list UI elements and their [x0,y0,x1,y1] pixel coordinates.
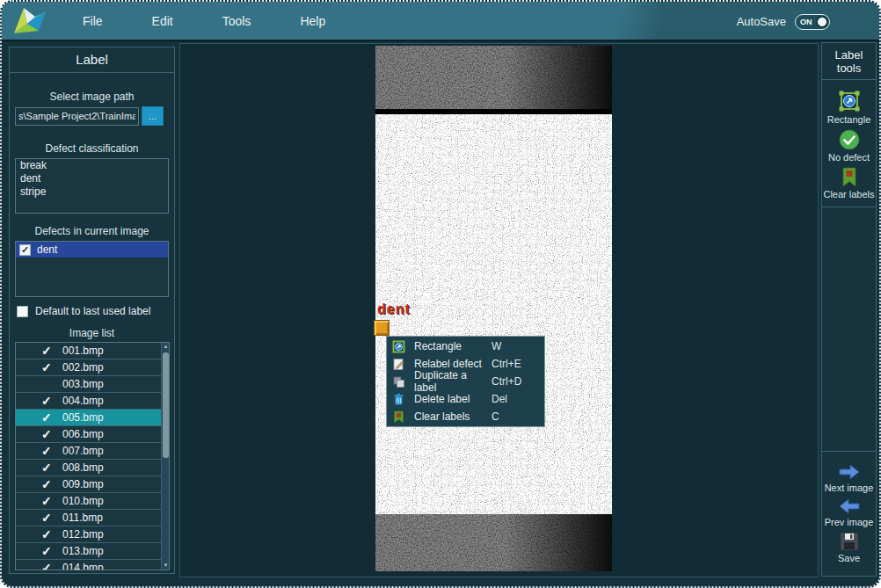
context-menu-item-delete[interactable]: Delete label Del [387,390,544,408]
menu-help[interactable]: Help [293,11,332,32]
shortcut: Del [491,393,539,405]
image-list-label: Image list [10,327,174,339]
current-defects-label: Defects in current image [10,225,174,237]
default-last-label-checkbox[interactable]: ✓ [17,306,28,317]
annotation-label[interactable]: dent [377,301,411,317]
context-menu: Rectangle W Relabel defect Ctrl+E Duplic… [386,336,545,427]
rectangle-tool-icon [838,90,861,113]
defect-classification-list[interactable]: break dent stripe [15,158,169,214]
check-icon: ✓ [41,495,55,507]
check-icon: ✓ [41,528,55,541]
file-row[interactable]: ✓003.bmp [16,376,161,393]
save-floppy-icon [840,532,859,551]
tools-section: Rectangle No defect Clear labels [822,80,876,207]
image-file-list[interactable]: ✓001.bmp ✓002.bmp ✓003.bmp ✓004.bmp ✓005… [15,342,170,570]
no-defect-check-icon [839,129,860,150]
file-rows: ✓001.bmp ✓002.bmp ✓003.bmp ✓004.bmp ✓005… [16,343,161,570]
file-list-scrollbar[interactable]: ▲ ▼ [161,343,169,570]
context-menu-item-rectangle[interactable]: Rectangle W [387,338,544,355]
select-image-path-label: Select image path [10,91,174,103]
duplicate-icon [392,375,405,388]
check-icon: ✓ [41,478,55,490]
autosave-state: ON [800,18,812,26]
autosave-label: AutoSave [737,15,786,28]
defect-classification-label: Defect classification [10,142,174,155]
prev-image-button[interactable]: Prev image [822,497,876,527]
check-icon: ✓ [41,562,55,570]
navigation-section: Next image Prev image Save [822,451,876,576]
check-icon: ✓ [41,411,55,424]
default-last-label-row[interactable]: ✓ Default to last used label [10,305,174,317]
titlebar: File Edit Tools Help AutoSave ON [2,2,879,41]
arrow-right-icon [838,463,861,481]
shortcut: W [491,340,539,352]
context-menu-item-clear[interactable]: Clear labels C [387,408,544,425]
check-icon: ✓ [41,512,55,524]
defect-checkbox[interactable]: ✓ [19,244,31,256]
file-row-selected[interactable]: ✓005.bmp [16,410,161,426]
file-row[interactable]: ✓008.bmp [16,460,161,476]
default-last-label-text: Default to last used label [35,305,150,317]
clear-labels-icon [392,410,405,424]
menu-tools[interactable]: Tools [215,11,258,32]
next-image-button[interactable]: Next image [822,463,876,493]
autosave-toggle[interactable]: ON [795,14,830,30]
autosave-control: AutoSave ON [737,2,830,41]
file-row[interactable]: ✓006.bmp [16,426,161,443]
file-row[interactable]: ✓007.bmp [16,443,161,460]
file-row[interactable]: ✓009.bmp [16,476,161,493]
scroll-up-icon[interactable]: ▲ [162,343,170,351]
check-icon: ✓ [41,361,55,374]
defect-class-item[interactable]: break [16,159,168,172]
label-panel: Label Select image path ... Defect class… [9,47,175,574]
current-defect-row[interactable]: ✓ dent [16,242,168,258]
annotation-corner-handle[interactable] [374,320,390,336]
file-row[interactable]: ✓014.bmp [16,560,161,570]
shortcut: Ctrl+D [491,375,539,388]
scrollbar-thumb[interactable] [163,352,169,458]
check-icon: ✓ [41,445,55,457]
shortcut: Ctrl+E [491,358,539,370]
label-tools-panel: Label tools Rectangle [821,42,877,577]
app-window: File Edit Tools Help AutoSave ON Label S… [0,0,881,588]
file-row[interactable]: ✓002.bmp [16,359,161,376]
clear-labels-button[interactable]: Clear labels [822,167,876,200]
browse-button[interactable]: ... [142,106,164,126]
check-icon: ✓ [21,244,29,256]
scroll-down-icon[interactable]: ▼ [162,562,170,570]
arrow-left-icon [838,497,861,515]
check-icon: ✓ [41,428,55,440]
context-menu-item-duplicate[interactable]: Duplicate a label Ctrl+D [387,373,544,390]
check-icon: ✓ [41,545,55,557]
defect-class-item[interactable]: stripe [16,185,168,199]
menubar: File Edit Tools Help [76,11,332,32]
file-row[interactable]: ✓010.bmp [16,493,161,510]
file-row[interactable]: ✓001.bmp [16,343,161,359]
check-icon: ✓ [41,395,55,407]
file-row[interactable]: ✓012.bmp [16,526,161,543]
defect-name: dent [37,243,57,256]
toggle-knob [816,16,828,28]
defect-class-item[interactable]: dent [16,172,168,185]
panel-spacer [822,207,876,451]
file-row[interactable]: ✓011.bmp [16,510,161,526]
image-path-input[interactable] [15,107,139,126]
no-defect-button[interactable]: No defect [822,129,876,163]
menu-edit[interactable]: Edit [145,11,180,32]
rectangle-tool-button[interactable]: Rectangle [822,90,876,125]
clear-labels-icon [841,167,858,187]
save-button[interactable]: Save [822,532,876,563]
image-path-row: ... [10,106,174,126]
relabel-icon [392,358,405,371]
shortcut: C [491,410,539,423]
specimen-image[interactable] [375,46,612,571]
trash-icon [392,393,405,406]
check-icon: ✓ [41,345,55,357]
file-row[interactable]: ✓013.bmp [16,543,161,560]
file-row[interactable]: ✓004.bmp [16,393,161,410]
menu-file[interactable]: File [76,11,110,32]
current-defects-list[interactable]: ✓ dent [15,241,169,297]
rectangle-tool-icon [392,340,405,353]
check-icon: ✓ [41,461,55,474]
label-tools-title: Label tools [822,43,876,80]
